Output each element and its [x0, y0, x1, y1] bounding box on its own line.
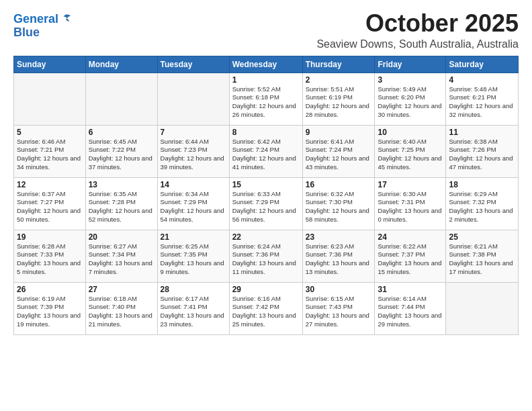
day-info: Sunrise: 6:28 AM Sunset: 7:33 PM Dayligh…: [17, 242, 83, 277]
calendar-week-row: 26Sunrise: 6:19 AM Sunset: 7:39 PM Dayli…: [14, 282, 519, 334]
day-number: 31: [378, 285, 443, 294]
calendar-cell: 24Sunrise: 6:22 AM Sunset: 7:37 PM Dayli…: [375, 230, 446, 282]
day-info: Sunrise: 6:25 AM Sunset: 7:35 PM Dayligh…: [161, 242, 226, 277]
header-sunday: Sunday: [14, 56, 86, 73]
day-number: 5: [17, 128, 83, 137]
day-info: Sunrise: 6:14 AM Sunset: 7:44 PM Dayligh…: [378, 295, 443, 329]
day-number: 11: [449, 128, 515, 137]
calendar-cell: 15Sunrise: 6:33 AM Sunset: 7:29 PM Dayli…: [229, 177, 302, 230]
day-info: Sunrise: 6:34 AM Sunset: 7:29 PM Dayligh…: [161, 190, 226, 224]
calendar-cell: 23Sunrise: 6:23 AM Sunset: 7:36 PM Dayli…: [302, 230, 375, 282]
calendar-week-row: 1Sunrise: 5:52 AM Sunset: 6:18 PM Daylig…: [14, 73, 519, 125]
day-info: Sunrise: 6:37 AM Sunset: 7:27 PM Dayligh…: [17, 190, 83, 224]
calendar-cell: 7Sunrise: 6:44 AM Sunset: 7:23 PM Daylig…: [157, 125, 229, 177]
day-number: 10: [378, 128, 443, 137]
calendar-cell: 20Sunrise: 6:27 AM Sunset: 7:34 PM Dayli…: [85, 230, 157, 282]
calendar-cell: 19Sunrise: 6:28 AM Sunset: 7:33 PM Dayli…: [14, 230, 86, 282]
calendar-cell: 29Sunrise: 6:16 AM Sunset: 7:42 PM Dayli…: [229, 282, 302, 334]
day-number: 8: [232, 128, 300, 137]
calendar-cell: 18Sunrise: 6:29 AM Sunset: 7:32 PM Dayli…: [446, 177, 519, 230]
calendar-cell: 30Sunrise: 6:15 AM Sunset: 7:43 PM Dayli…: [302, 282, 375, 334]
calendar-cell: [157, 73, 229, 125]
day-number: 19: [17, 232, 83, 242]
header-thursday: Thursday: [302, 56, 375, 73]
calendar-cell: 22Sunrise: 6:24 AM Sunset: 7:36 PM Dayli…: [229, 230, 302, 282]
calendar-cell: 13Sunrise: 6:35 AM Sunset: 7:28 PM Dayli…: [85, 177, 157, 230]
calendar-cell: 16Sunrise: 6:32 AM Sunset: 7:30 PM Dayli…: [302, 177, 375, 230]
calendar-cell: 4Sunrise: 5:48 AM Sunset: 6:21 PM Daylig…: [446, 73, 519, 125]
day-number: 22: [232, 232, 300, 242]
calendar-cell: 5Sunrise: 6:46 AM Sunset: 7:21 PM Daylig…: [14, 125, 86, 177]
day-number: 27: [89, 285, 154, 294]
day-info: Sunrise: 6:42 AM Sunset: 7:24 PM Dayligh…: [232, 138, 300, 172]
calendar-cell: 28Sunrise: 6:17 AM Sunset: 7:41 PM Dayli…: [157, 282, 229, 334]
day-number: 24: [378, 232, 443, 242]
header-friday: Friday: [375, 56, 446, 73]
calendar-cell: [85, 73, 157, 125]
calendar-cell: 17Sunrise: 6:30 AM Sunset: 7:31 PM Dayli…: [375, 177, 446, 230]
day-number: 6: [89, 128, 154, 137]
day-info: Sunrise: 6:15 AM Sunset: 7:43 PM Dayligh…: [306, 295, 372, 329]
day-number: 25: [449, 232, 515, 242]
logo: General Blue: [13, 13, 72, 40]
day-info: Sunrise: 5:51 AM Sunset: 6:19 PM Dayligh…: [306, 85, 372, 120]
calendar-header-row: Sunday Monday Tuesday Wednesday Thursday…: [14, 56, 519, 73]
header-wednesday: Wednesday: [229, 56, 302, 73]
calendar-week-row: 5Sunrise: 6:46 AM Sunset: 7:21 PM Daylig…: [14, 125, 519, 177]
day-number: 21: [161, 232, 226, 242]
calendar-cell: 31Sunrise: 6:14 AM Sunset: 7:44 PM Dayli…: [375, 282, 446, 334]
calendar-cell: 11Sunrise: 6:38 AM Sunset: 7:26 PM Dayli…: [446, 125, 519, 177]
day-number: 26: [17, 285, 83, 294]
calendar-cell: [446, 282, 519, 334]
day-number: 7: [161, 128, 226, 137]
day-number: 4: [449, 75, 515, 85]
day-info: Sunrise: 6:35 AM Sunset: 7:28 PM Dayligh…: [89, 190, 154, 224]
calendar-cell: 6Sunrise: 6:45 AM Sunset: 7:22 PM Daylig…: [85, 125, 157, 177]
calendar-cell: 1Sunrise: 5:52 AM Sunset: 6:18 PM Daylig…: [229, 73, 302, 125]
day-info: Sunrise: 6:17 AM Sunset: 7:41 PM Dayligh…: [161, 295, 226, 329]
day-info: Sunrise: 6:45 AM Sunset: 7:22 PM Dayligh…: [89, 138, 154, 172]
day-number: 20: [89, 232, 154, 242]
day-info: Sunrise: 6:41 AM Sunset: 7:24 PM Dayligh…: [306, 138, 372, 172]
calendar-cell: 2Sunrise: 5:51 AM Sunset: 6:19 PM Daylig…: [302, 73, 375, 125]
day-info: Sunrise: 5:48 AM Sunset: 6:21 PM Dayligh…: [449, 85, 515, 120]
header-saturday: Saturday: [446, 56, 519, 73]
day-info: Sunrise: 5:52 AM Sunset: 6:18 PM Dayligh…: [232, 85, 300, 120]
day-number: 28: [161, 285, 226, 294]
subtitle: Seaview Downs, South Australia, Australi…: [316, 38, 519, 50]
day-number: 1: [232, 75, 300, 85]
header-tuesday: Tuesday: [157, 56, 229, 73]
day-number: 3: [378, 75, 443, 85]
calendar-cell: 21Sunrise: 6:25 AM Sunset: 7:35 PM Dayli…: [157, 230, 229, 282]
day-info: Sunrise: 6:38 AM Sunset: 7:26 PM Dayligh…: [449, 138, 515, 172]
title-block: October 2025 Seaview Downs, South Austra…: [316, 10, 519, 50]
day-info: Sunrise: 6:24 AM Sunset: 7:36 PM Dayligh…: [232, 242, 300, 277]
day-number: 16: [306, 180, 372, 189]
day-info: Sunrise: 6:40 AM Sunset: 7:25 PM Dayligh…: [378, 138, 443, 172]
calendar-cell: 14Sunrise: 6:34 AM Sunset: 7:29 PM Dayli…: [157, 177, 229, 230]
header-monday: Monday: [85, 56, 157, 73]
calendar-cell: 9Sunrise: 6:41 AM Sunset: 7:24 PM Daylig…: [302, 125, 375, 177]
day-info: Sunrise: 6:33 AM Sunset: 7:29 PM Dayligh…: [232, 190, 300, 224]
calendar-table: Sunday Monday Tuesday Wednesday Thursday…: [13, 56, 519, 335]
day-info: Sunrise: 6:21 AM Sunset: 7:38 PM Dayligh…: [449, 242, 515, 277]
day-info: Sunrise: 5:49 AM Sunset: 6:20 PM Dayligh…: [378, 85, 443, 120]
calendar-cell: 3Sunrise: 5:49 AM Sunset: 6:20 PM Daylig…: [375, 73, 446, 125]
day-number: 18: [449, 180, 515, 189]
day-info: Sunrise: 6:19 AM Sunset: 7:39 PM Dayligh…: [17, 295, 83, 329]
logo-text-blue: Blue: [13, 26, 72, 40]
day-info: Sunrise: 6:16 AM Sunset: 7:42 PM Dayligh…: [232, 295, 300, 329]
header: General Blue October 2025 Seaview Downs,…: [13, 10, 519, 50]
month-title: October 2025: [316, 10, 519, 37]
calendar-cell: 12Sunrise: 6:37 AM Sunset: 7:27 PM Dayli…: [14, 177, 86, 230]
logo-bird-icon: [60, 13, 72, 26]
day-info: Sunrise: 6:29 AM Sunset: 7:32 PM Dayligh…: [449, 190, 515, 224]
day-number: 17: [378, 180, 443, 189]
day-number: 2: [306, 75, 372, 85]
page: General Blue October 2025 Seaview Downs,…: [0, 0, 532, 411]
day-number: 23: [306, 232, 372, 242]
day-info: Sunrise: 6:46 AM Sunset: 7:21 PM Dayligh…: [17, 138, 83, 172]
calendar-cell: 26Sunrise: 6:19 AM Sunset: 7:39 PM Dayli…: [14, 282, 86, 334]
calendar-cell: 27Sunrise: 6:18 AM Sunset: 7:40 PM Dayli…: [85, 282, 157, 334]
day-info: Sunrise: 6:22 AM Sunset: 7:37 PM Dayligh…: [378, 242, 443, 277]
